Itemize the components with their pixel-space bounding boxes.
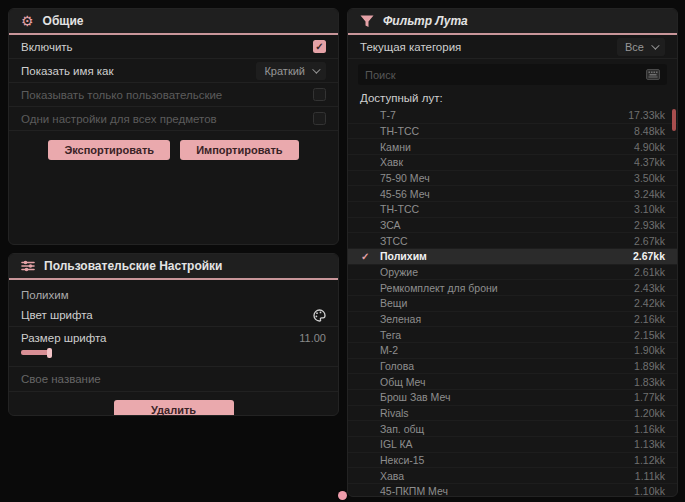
font-color-row: Цвет шрифта bbox=[9, 304, 338, 326]
loot-row-name: Хава bbox=[380, 470, 404, 482]
loot-row[interactable]: ТН-ТСС 8.48kk bbox=[348, 124, 677, 140]
loot-row[interactable]: Т-7 17.33kk bbox=[348, 108, 677, 124]
import-button[interactable]: Импортировать bbox=[180, 140, 298, 160]
slider-track[interactable] bbox=[21, 350, 321, 355]
loot-row-name: ТН-ТСС bbox=[380, 125, 419, 137]
slider-handle[interactable] bbox=[47, 348, 52, 358]
loot-row-value: 2.16kk bbox=[634, 313, 665, 325]
custom-name-input[interactable] bbox=[21, 373, 326, 385]
loot-row[interactable]: Хава 1.11kk bbox=[348, 468, 677, 484]
loot-row-name: IGL КА bbox=[380, 438, 413, 450]
chevron-down-icon bbox=[651, 41, 659, 49]
export-button[interactable]: Экспортировать bbox=[48, 140, 170, 160]
loot-row-value: 1.10kk bbox=[634, 485, 665, 497]
same-settings-checkbox[interactable] bbox=[313, 112, 326, 125]
delete-button[interactable]: Удалить bbox=[114, 400, 234, 416]
loot-row-value: 4.37kk bbox=[634, 156, 665, 168]
loot-row-value: 1.16kk bbox=[634, 423, 665, 435]
general-panel: ⚙ Общие Включить ✓ Показать имя как Крат… bbox=[8, 8, 339, 245]
loot-row[interactable]: М-2 1.90kk bbox=[348, 343, 677, 359]
scrollbar-thumb[interactable] bbox=[672, 109, 676, 131]
palette-icon[interactable] bbox=[313, 309, 326, 322]
category-label: Текущая категория bbox=[360, 41, 461, 53]
loot-row[interactable]: 75-90 Меч 3.50kk bbox=[348, 171, 677, 187]
same-settings-label: Одни настройки для всех предметов bbox=[21, 113, 217, 125]
loot-row-name: Голова bbox=[380, 360, 414, 372]
loot-row-name: Зеленая bbox=[380, 313, 421, 325]
general-panel-header: ⚙ Общие bbox=[9, 9, 338, 35]
loot-row[interactable]: ✓ Полихим 2.67kk bbox=[348, 249, 677, 265]
loot-row[interactable]: Камни 4.90kk bbox=[348, 139, 677, 155]
loot-row-value: 1.11kk bbox=[635, 470, 665, 482]
loot-row-name: Хавк bbox=[380, 156, 403, 168]
loot-row-value: 3.24kk bbox=[634, 188, 665, 200]
loot-row-name: Некси-15 bbox=[380, 454, 424, 466]
loot-filter-panel: Фильтр Лута Текущая категория Все Доступ… bbox=[347, 8, 678, 497]
loot-row[interactable]: Rivals 1.20kk bbox=[348, 406, 677, 422]
only-custom-checkbox[interactable] bbox=[313, 88, 326, 101]
name-mode-dropdown[interactable]: Краткий bbox=[256, 62, 326, 80]
filter-panel-title: Фильтр Лута bbox=[383, 14, 468, 28]
slider-fill bbox=[21, 350, 49, 355]
loot-row-name: Вещи bbox=[380, 297, 407, 309]
filter-panel-header: Фильтр Лута bbox=[348, 9, 677, 35]
loot-row[interactable]: ЗСА 2.93kk bbox=[348, 218, 677, 234]
available-loot-label: Доступный лут: bbox=[348, 89, 677, 108]
setting-row-enable: Включить ✓ bbox=[9, 35, 338, 59]
loot-row[interactable]: Оружие 2.61kk bbox=[348, 265, 677, 281]
loot-row-value: 2.61kk bbox=[634, 266, 665, 278]
keyboard-icon[interactable] bbox=[646, 69, 660, 80]
loot-row[interactable]: IGL КА 1.13kk bbox=[348, 437, 677, 453]
search-input[interactable] bbox=[365, 69, 646, 81]
loot-row[interactable]: ТН-ТСС 3.10kk bbox=[348, 202, 677, 218]
loot-row-name: Зап. общ bbox=[380, 423, 424, 435]
delete-row: Удалить bbox=[9, 400, 338, 416]
loot-row[interactable]: Голова 1.89kk bbox=[348, 359, 677, 375]
custom-panel-header: Пользовательские Настройки bbox=[9, 254, 338, 280]
loot-row[interactable]: Зеленая 2.16kk bbox=[348, 312, 677, 328]
loot-row-name: Ремкомплект для брони bbox=[380, 282, 498, 294]
loot-row-name: 45-56 Меч bbox=[380, 188, 430, 200]
loot-row-name: Полихим bbox=[380, 250, 427, 262]
loot-row[interactable]: Брош Зав Меч 1.77kk bbox=[348, 390, 677, 406]
loot-row-name: 75-90 Меч bbox=[380, 172, 430, 184]
loot-row-value: 1.77kk bbox=[634, 391, 665, 403]
font-size-value: 11.00 bbox=[299, 332, 326, 344]
loot-row-name: Тега bbox=[380, 329, 401, 341]
loot-row[interactable]: Тега 2.15kk bbox=[348, 327, 677, 343]
category-dropdown[interactable]: Все bbox=[617, 38, 665, 56]
loot-row[interactable]: Хавк 4.37kk bbox=[348, 155, 677, 171]
loot-row-value: 17.33kk bbox=[628, 109, 665, 121]
loot-row-value: 2.15kk bbox=[634, 329, 665, 341]
funnel-icon bbox=[360, 15, 374, 28]
name-mode-label: Показать имя как bbox=[21, 65, 114, 77]
loot-row-value: 2.42kk bbox=[634, 297, 665, 309]
loot-row-value: 1.12kk bbox=[634, 454, 665, 466]
loot-row[interactable]: Вещи 2.42kk bbox=[348, 296, 677, 312]
font-size-slider[interactable] bbox=[9, 349, 338, 362]
loot-row-value: 3.10kk bbox=[634, 203, 665, 215]
loot-row-name: Общ Меч bbox=[380, 376, 426, 388]
font-color-label: Цвет шрифта bbox=[21, 309, 93, 321]
loot-row[interactable]: Зап. общ 1.16kk bbox=[348, 421, 677, 437]
setting-row-name-mode: Показать имя как Краткий bbox=[9, 59, 338, 83]
loot-row-name: Т-7 bbox=[380, 109, 396, 121]
loot-row-value: 1.13kk bbox=[634, 438, 665, 450]
loot-row[interactable]: Некси-15 1.12kk bbox=[348, 453, 677, 469]
loot-row-value: 2.93kk bbox=[634, 219, 665, 231]
cursor-dot bbox=[338, 491, 347, 500]
custom-settings-panel: Пользовательские Настройки Полихим Цвет … bbox=[8, 253, 339, 416]
loot-row-value: 2.67kk bbox=[633, 250, 665, 262]
loot-row[interactable]: 45-56 Меч 3.24kk bbox=[348, 186, 677, 202]
loot-row-value: 8.48kk bbox=[634, 125, 665, 137]
loot-row[interactable]: Ремкомплект для брони 2.43kk bbox=[348, 280, 677, 296]
loot-row[interactable]: 45-ПКПМ Меч 1.10kk bbox=[348, 484, 677, 497]
loot-row[interactable]: ЗТСС 2.67kk bbox=[348, 233, 677, 249]
font-size-row: Размер шрифта 11.00 bbox=[9, 327, 338, 349]
loot-row-name: Rivals bbox=[380, 407, 409, 419]
loot-row-value: 2.43kk bbox=[634, 282, 665, 294]
loot-row[interactable]: Общ Меч 1.83kk bbox=[348, 374, 677, 390]
loot-row-name: ЗТСС bbox=[380, 235, 408, 247]
loot-row-value: 1.89kk bbox=[634, 360, 665, 372]
enable-checkbox[interactable]: ✓ bbox=[313, 40, 326, 53]
